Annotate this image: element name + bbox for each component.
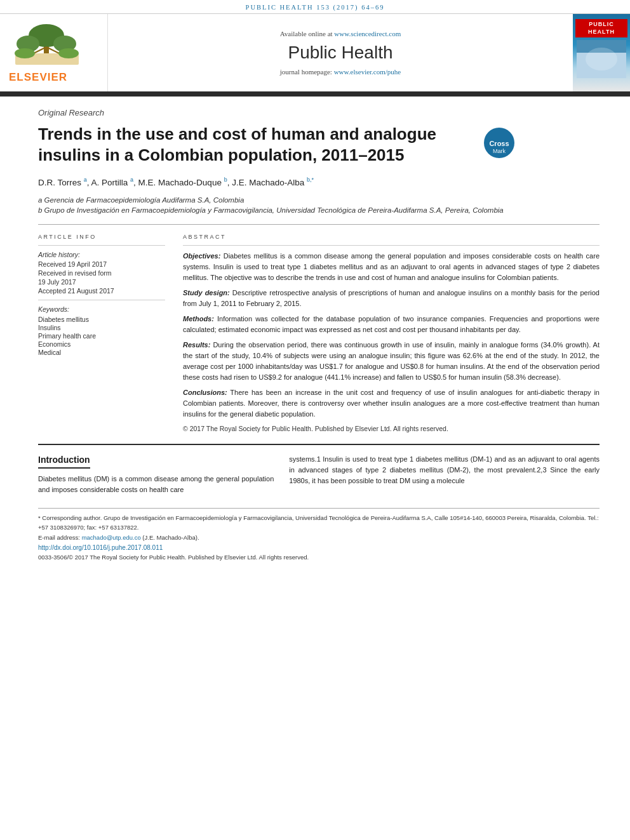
revised-date: 19 July 2017 [38, 278, 165, 286]
elsevier-logo-block: ELSEVIER [0, 14, 108, 91]
page-header: ELSEVIER Available online at www.science… [0, 14, 630, 93]
homepage-label: journal homepage: [280, 68, 332, 76]
available-online-label: Available online at [280, 30, 333, 37]
history-label: Article history: [38, 251, 165, 258]
article-type-label: Original Research [38, 108, 600, 117]
study-design-text: Descriptive retrospective analysis of pr… [183, 289, 600, 307]
keyword-4: Economics [38, 340, 165, 348]
affiliation-b: b Grupo de Investigación en Farmacoepide… [38, 206, 600, 214]
keyword-2: Insulins [38, 324, 165, 331]
available-online-text: Available online at www.sciencedirect.co… [280, 30, 401, 37]
doi-link[interactable]: http://dx.doi.org/10.1016/j.puhe.2017.08… [38, 544, 600, 551]
accepted-date: Accepted 21 August 2017 [38, 287, 165, 295]
keywords-label: Keywords: [38, 305, 165, 313]
study-design-label: Study design: [183, 289, 230, 297]
revised-label: Received in revised form [38, 269, 165, 277]
journal-title: Public Health [288, 43, 393, 63]
received-date: Received 19 April 2017 [38, 260, 165, 268]
info-rule-mid [38, 300, 165, 300]
objectives-label: Objectives: [183, 252, 220, 260]
corresponding-footnote: * Corresponding author. Grupo de Investi… [38, 514, 600, 532]
abstract-column: ABSTRACT Objectives: Diabetes mellitus i… [183, 234, 600, 433]
intro-right-text: systems.1 Insulin is used to treat type … [289, 454, 600, 486]
email-footnote: E-mail address: machado@utp.edu.co (J.E.… [38, 533, 600, 542]
journal-citation: PUBLIC HEALTH 153 (2017) 64–69 [246, 4, 385, 11]
sciencedirect-link[interactable]: www.sciencedirect.com [334, 30, 401, 37]
journal-top-bar: PUBLIC HEALTH 153 (2017) 64–69 [0, 0, 630, 14]
main-content: Original Research Trends in the use and … [0, 97, 630, 576]
email-suffix: (J.E. Machado-Alba). [141, 534, 199, 541]
info-rule-top [38, 245, 165, 246]
svg-text:Cross: Cross [489, 140, 509, 147]
methods-label: Methods: [183, 315, 214, 323]
introduction-heading: Introduction [38, 455, 90, 469]
affiliation-a: a Gerencia de Farmacoepidemiología Audif… [38, 196, 600, 204]
affiliations-block: a Gerencia de Farmacoepidemiología Audif… [38, 196, 600, 214]
journal-thumbnail: PUBLIC HEALTH [573, 14, 630, 91]
elsevier-wordmark: ELSEVIER [9, 71, 98, 84]
abstract-results: Results: During the observation period, … [183, 340, 600, 383]
info-abstract-columns: ARTICLE INFO Article history: Received 1… [38, 234, 600, 433]
keyword-1: Diabetes mellitus [38, 316, 165, 323]
abstract-study-design: Study design: Descriptive retrospective … [183, 288, 600, 309]
header-center: Available online at www.sciencedirect.co… [108, 14, 573, 91]
conclusions-label: Conclusions: [183, 389, 227, 396]
issn-line: 0033-3506/© 2017 The Royal Society for P… [38, 554, 600, 561]
abstract-rule [183, 245, 600, 246]
authors-line: D.R. Torres a, A. Portilla a, M.E. Macha… [38, 177, 600, 187]
keyword-3: Primary health care [38, 332, 165, 340]
svg-text:Mark: Mark [493, 148, 506, 154]
intro-left-col: Introduction Diabetes mellitus (DM) is a… [38, 454, 274, 495]
intro-right-col: systems.1 Insulin is used to treat type … [289, 454, 600, 495]
homepage-text: journal homepage: www.elsevier.com/puhe [280, 68, 401, 76]
svg-point-7 [15, 48, 35, 58]
bottom-section: Introduction Diabetes mellitus (DM) is a… [38, 444, 600, 495]
article-info-heading: ARTICLE INFO [38, 234, 165, 240]
crossmark-badge-icon[interactable]: Cross Mark [483, 126, 516, 159]
thumb-label: PUBLIC HEALTH [575, 19, 627, 37]
email-label: E-mail address: [38, 534, 80, 541]
intro-left-text: Diabetes mellitus (DM) is a common disea… [38, 474, 274, 495]
homepage-link[interactable]: www.elsevier.com/puhe [334, 68, 401, 76]
conclusions-text: There has been an increase in the unit c… [183, 389, 600, 418]
abstract-heading: ABSTRACT [183, 234, 600, 240]
objectives-text: Diabetes mellitus is a common disease am… [183, 252, 600, 281]
article-title: Trends in the use and cost of human and … [38, 124, 470, 165]
thumb-image [577, 40, 626, 78]
svg-point-11 [586, 48, 617, 70]
abstract-methods: Methods: Information was collected for t… [183, 314, 600, 335]
copyright-line: © 2017 The Royal Society for Public Heal… [183, 425, 600, 432]
corresponding-text: * Corresponding author. Grupo de Investi… [38, 514, 599, 530]
article-info-column: ARTICLE INFO Article history: Received 1… [38, 234, 165, 433]
section-divider [38, 224, 600, 225]
abstract-conclusions: Conclusions: There has been an increase … [183, 387, 600, 420]
methods-text: Information was collected for the databa… [183, 315, 600, 333]
elsevier-tree-icon [9, 22, 85, 67]
keyword-5: Medical [38, 349, 165, 356]
results-label: Results: [183, 341, 210, 349]
svg-point-8 [58, 48, 79, 58]
abstract-objectives: Objectives: Diabetes mellitus is a commo… [183, 251, 600, 283]
results-text: During the observation period, there was… [183, 341, 600, 381]
title-row: Trends in the use and cost of human and … [38, 124, 600, 177]
footnote-area: * Corresponding author. Grupo de Investi… [38, 508, 600, 561]
intro-columns: Introduction Diabetes mellitus (DM) is a… [38, 454, 600, 495]
email-link[interactable]: machado@utp.edu.co [82, 534, 141, 541]
